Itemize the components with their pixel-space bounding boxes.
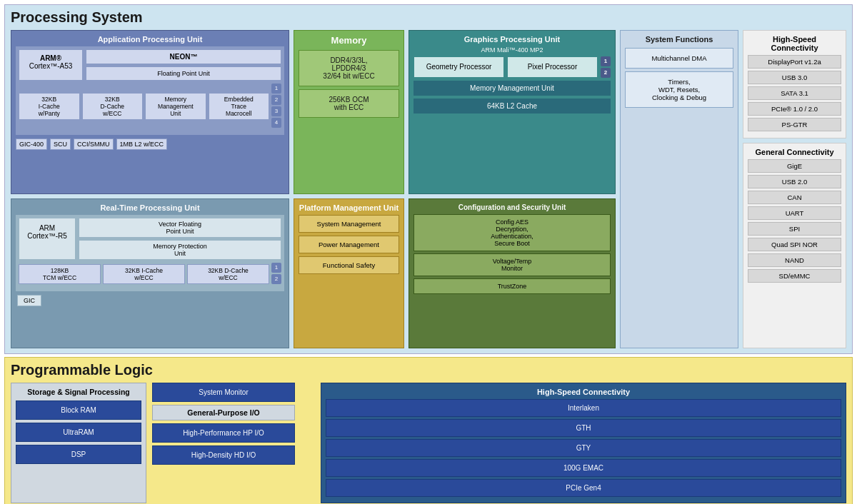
rtpu-gic-box: GIC	[17, 295, 41, 306]
csu-item1: Config AES Decryption, Authentication, S…	[414, 214, 611, 251]
hsc-item-psgtr: PS-GTR	[748, 118, 841, 131]
memory-title: Memory	[299, 35, 399, 46]
sysmon-item: System Monitor	[152, 383, 295, 402]
gpu-inner: Geometry Processor Pixel Processor 1 2	[414, 56, 611, 78]
gpu-badge-2: 2	[601, 68, 611, 78]
processing-system-section: Processing System Application Processing…	[4, 4, 853, 354]
pl-hsc-title: High-Speed Connectivity	[326, 388, 841, 396]
rtpu-right: Vector Floating Point Unit Memory Protec…	[79, 218, 281, 260]
rtpu-title: Real-Time Processing Unit	[16, 203, 284, 212]
main-wrapper: Processing System Application Processing…	[0, 0, 857, 504]
mmu-box: Memory Management Unit	[145, 93, 206, 120]
pl-hsc-box: High-Speed Connectivity Interlaken GTH G…	[321, 383, 846, 503]
rtpu-dcache-box: 32KB D-Cache w/ECC	[187, 264, 269, 284]
tcm-box: 128KB TCM w/ECC	[19, 264, 101, 284]
gpio-hd-item: High-Density HD I/O	[152, 445, 295, 465]
sysfunc-box: System Functions Multichannel DMA Timers…	[620, 30, 738, 348]
fpu-box: Floating Point Unit	[86, 66, 281, 81]
l2-cache-box: 1MB L2 w/ECC	[116, 138, 168, 150]
ps-inner: Application Processing Unit ARM® Cortex™…	[11, 30, 846, 348]
gc-spi: SPI	[748, 222, 841, 236]
pl-hsc-gth: GTH	[326, 419, 841, 437]
pl-hsc-gty: GTY	[326, 439, 841, 457]
trace-box: Embedded Trace Macrocell	[209, 93, 270, 120]
gc-usb2: USB 2.0	[748, 175, 841, 188]
mpu-box: Memory Protection Unit	[79, 240, 281, 260]
pl-hsc-pcieg4: PCIe Gen4	[326, 479, 841, 497]
gc-quad-spi: Quad SPI NOR	[748, 238, 841, 251]
apu-badge-2: 2	[271, 95, 281, 105]
sysfunc-item1: Multichannel DMA	[625, 48, 733, 69]
left-col: Application Processing Unit ARM® Cortex™…	[11, 30, 289, 348]
gpio-label: General-Purpose I/O	[152, 405, 295, 420]
pmu-item2: Power Management	[299, 236, 399, 253]
rtpu-row3: GIC	[16, 293, 284, 308]
apu-badge-3: 3	[271, 106, 281, 116]
geometry-processor-box: Geometry Processor	[414, 56, 504, 78]
pl-hsc-interlaken: Interlaken	[326, 399, 841, 417]
gic400-box: GIC-400	[16, 138, 47, 150]
sysfunc-title: System Functions	[625, 35, 733, 44]
csu-title: Configuration and Security Unit	[414, 203, 611, 211]
pl-hsc-100gemac: 100G EMAC	[326, 459, 841, 477]
mem-item1: DDR4/3/3L, LPDDR4/3 32/64 bit w/ECC	[299, 50, 399, 86]
rtpu-badge-2: 2	[271, 274, 281, 284]
hsc-item-sata: SATA 3.1	[748, 86, 841, 100]
programmable-logic-section: Programmable Logic Storage & Signal Proc…	[4, 357, 853, 504]
arm-cortex-a53-box: ARM® Cortex™-A53	[19, 49, 83, 81]
gc-title: General Connectivity	[748, 148, 841, 156]
pmu-title: Platform Management Unit	[299, 203, 399, 212]
gc-gige: GigE	[748, 159, 841, 173]
gc-sd-emmc: SD/eMMC	[748, 269, 841, 283]
pl-inner: Storage & Signal Processing Block RAM Ul…	[11, 383, 846, 503]
gpu-mmu: Memory Management Unit	[414, 81, 611, 96]
rtpu-arm-box: ARM Cortex™-R5	[19, 218, 76, 260]
vfpu-box: Vector Floating Point Unit	[79, 218, 281, 238]
memory-box: Memory DDR4/3/3L, LPDDR4/3 32/64 bit w/E…	[294, 30, 404, 194]
apu-row2: 32KB I-Cache w/Panty 32KB D-Cache w/ECC …	[19, 84, 281, 129]
apu-badge-1: 1	[271, 84, 281, 94]
arm-line2: Cortex™-A53	[22, 62, 79, 70]
scu-box: SCU	[50, 138, 71, 150]
rtpu-badge-1: 1	[271, 263, 281, 273]
ssp-blockram: Block RAM	[16, 400, 141, 420]
right-col: High-SpeedConnectivity DisplayPort v1.2a…	[743, 30, 846, 348]
rtpu-inner: ARM Cortex™-R5 Vector Floating Point Uni…	[16, 215, 284, 291]
gpu-subtitle: ARM Mali™-400 MP2	[414, 46, 611, 54]
pixel-processor-box: Pixel Processor	[507, 56, 598, 78]
pmu-item1: System Management	[299, 215, 399, 233]
apu-inner: ARM® Cortex™-A53 NEON™ Floating Point Un…	[16, 46, 284, 135]
gpu-badge-1: 1	[601, 56, 611, 66]
neon-box: NEON™	[86, 49, 281, 64]
ssp-dsp: DSP	[16, 445, 141, 464]
mem-item2: 256KB OCM with ECC	[299, 89, 399, 118]
hsc-box: High-SpeedConnectivity DisplayPort v1.2a…	[743, 30, 846, 138]
hsc-item-displayport: DisplayPort v1.2a	[748, 55, 841, 69]
hsc-title: High-SpeedConnectivity	[748, 35, 841, 52]
gpio-hp-item: High-Performance HP I/O	[152, 423, 295, 443]
pl-spacer	[301, 383, 315, 503]
rtpu-box: Real-Time Processing Unit ARM Cortex™-R5…	[11, 198, 289, 348]
gc-box: General Connectivity GigE USB 2.0 CAN UA…	[743, 143, 846, 348]
sysfunc-col: System Functions Multichannel DMA Timers…	[620, 30, 738, 348]
apu-row1: ARM® Cortex™-A53 NEON™ Floating Point Un…	[19, 49, 281, 81]
csu-item3: TrustZone	[414, 278, 611, 294]
middle-col: Memory DDR4/3/3L, LPDDR4/3 32/64 bit w/E…	[294, 30, 404, 348]
apu-title: Application Processing Unit	[16, 35, 284, 44]
hsc-item-pcie: PCIe® 1.0 / 2.0	[748, 102, 841, 116]
gc-uart: UART	[748, 206, 841, 220]
gpu-l2cache: 64KB L2 Cache	[414, 99, 611, 114]
apu-badges: 1 2 3 4	[271, 84, 281, 129]
hsc-item-usb3: USB 3.0	[748, 71, 841, 84]
gpu-box: Graphics Processing Unit ARM Mali™-400 M…	[409, 30, 616, 194]
arm-line1: ARM®	[22, 54, 79, 62]
gc-can: CAN	[748, 191, 841, 204]
gpio-col: System Monitor General-Purpose I/O High-…	[152, 383, 295, 503]
csu-box: Configuration and Security Unit Config A…	[409, 198, 616, 348]
gpu-badges: 1 2	[601, 56, 611, 78]
rtpu-row1: ARM Cortex™-R5 Vector Floating Point Uni…	[19, 218, 281, 260]
apu-box: Application Processing Unit ARM® Cortex™…	[11, 30, 289, 194]
gpu-col: Graphics Processing Unit ARM Mali™-400 M…	[409, 30, 616, 348]
pmu-item3: Functional Safety	[299, 256, 399, 274]
cci-smmu-box: CCI/SMMU	[74, 138, 114, 150]
